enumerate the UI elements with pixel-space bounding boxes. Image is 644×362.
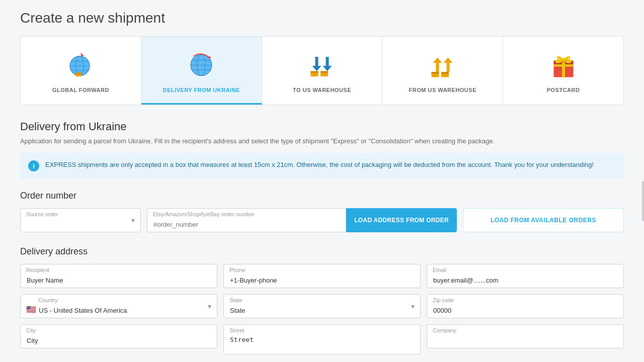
- country-label: Country: [26, 297, 58, 303]
- street-input[interactable]: Street: [223, 324, 421, 354]
- load-available-wrap: LOAD FROM AVAILABLE ORDERS: [463, 208, 624, 232]
- email-input[interactable]: [427, 264, 624, 288]
- order-input-wrap: Etsy/Amazon/Shopify/eBay order number LO…: [147, 208, 457, 232]
- svg-marker-15: [312, 57, 321, 71]
- phone-input[interactable]: [223, 264, 421, 288]
- zip-label: Zip code: [433, 297, 454, 303]
- warehouse-in-icon: [304, 47, 340, 82]
- globe-airplane-icon: [63, 47, 98, 82]
- svg-rect-34: [553, 64, 573, 67]
- tab-to-us-warehouse-label: TO US WAREHOUSE: [293, 87, 351, 93]
- tab-postcard-label: POSTCARD: [547, 87, 580, 93]
- delivery-section-title: Delivery from Ukraine: [20, 120, 624, 133]
- delivery-from-ukraine-section: Delivery from Ukraine Application for se…: [20, 120, 624, 356]
- zip-input[interactable]: [427, 294, 624, 318]
- order-number-label: Etsy/Amazon/Shopify/eBay order number: [153, 211, 255, 217]
- company-label: Company: [433, 327, 456, 333]
- street-field: Street Street: [223, 324, 421, 356]
- warehouse-out-icon: [425, 47, 460, 82]
- svg-point-14: [208, 56, 211, 59]
- zip-field: Zip code: [427, 294, 624, 318]
- tab-delivery-from-ukraine[interactable]: DELIVERY FROM UKRAINE: [141, 37, 262, 105]
- order-number-field: Etsy/Amazon/Shopify/eBay order number: [147, 208, 346, 232]
- company-field: Company: [427, 324, 624, 356]
- city-label: City: [26, 327, 36, 333]
- tab-global-forward[interactable]: GLOBAL FORWARD: [21, 37, 141, 105]
- shipment-type-tabs: GLOBAL FORWARD DELIVERY FROM UKRAINE: [20, 36, 624, 105]
- svg-rect-33: [562, 61, 565, 77]
- scrollbar[interactable]: [642, 181, 644, 221]
- delivery-address-title: Delivery address: [20, 246, 624, 257]
- tab-global-forward-label: GLOBAL FORWARD: [52, 87, 109, 93]
- source-order-label: Source order: [26, 211, 58, 217]
- recipient-input[interactable]: [20, 264, 217, 288]
- svg-marker-16: [323, 57, 332, 71]
- email-field: Email: [427, 264, 624, 288]
- order-number-section: Order number Source order Etsy/Amazon/Sh…: [20, 191, 624, 232]
- city-field: City: [20, 324, 217, 356]
- delivery-address-section: Delivery address Recipient Phone Email: [20, 246, 624, 356]
- state-select[interactable]: State: [223, 294, 421, 318]
- tab-postcard[interactable]: POSTCARD: [503, 37, 623, 105]
- svg-marker-24: [443, 58, 452, 72]
- state-label: State: [229, 297, 243, 303]
- load-available-orders-button[interactable]: LOAD FROM AVAILABLE ORDERS: [463, 208, 624, 232]
- recipient-field: Recipient: [20, 264, 217, 288]
- info-banner-text: EXPRESS shipments are only accepted in a…: [45, 160, 594, 170]
- info-icon: i: [28, 160, 39, 171]
- phone-field: Phone: [223, 264, 421, 288]
- address-grid: Recipient Phone Email Country 🇺🇸 US -: [20, 264, 624, 356]
- info-banner: i EXPRESS shipments are only accepted in…: [20, 153, 624, 178]
- tab-from-us-warehouse-label: FROM US WAREHOUSE: [409, 87, 476, 93]
- city-input[interactable]: [20, 324, 217, 348]
- delivery-section-desc: Application for sending a parcel from Uk…: [20, 137, 624, 145]
- source-order-field[interactable]: Source order: [20, 208, 141, 232]
- order-number-row: Source order Etsy/Amazon/Shopify/eBay or…: [20, 208, 624, 232]
- phone-label: Phone: [229, 267, 246, 273]
- order-number-title: Order number: [20, 191, 624, 201]
- state-field: State State: [223, 294, 421, 318]
- load-address-button[interactable]: LOAD ADDRESS FROM ORDER: [346, 208, 457, 232]
- street-label: Street: [229, 327, 244, 333]
- recipient-label: Recipient: [26, 267, 49, 273]
- tab-to-us-warehouse[interactable]: TO US WAREHOUSE: [262, 37, 383, 105]
- svg-marker-23: [433, 58, 442, 72]
- email-label: Email: [433, 267, 447, 273]
- tab-from-us-warehouse[interactable]: FROM US WAREHOUSE: [382, 37, 503, 105]
- page-title: Create a new shipment: [20, 10, 624, 26]
- gift-icon: [546, 47, 581, 82]
- globe-ukraine-icon: [184, 47, 219, 82]
- tab-delivery-from-ukraine-label: DELIVERY FROM UKRAINE: [163, 87, 240, 93]
- country-field: Country 🇺🇸 US - United States Of America: [20, 294, 217, 318]
